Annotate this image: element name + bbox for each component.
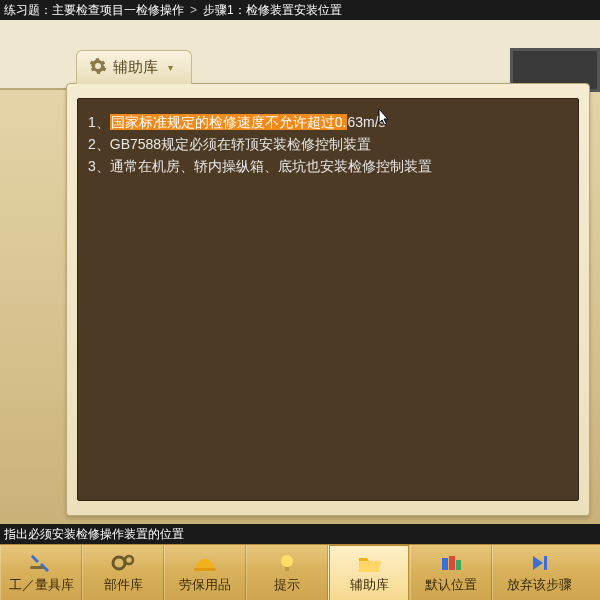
toolbar-ppe-button[interactable]: 劳保用品 [164, 545, 246, 601]
title-separator: > [190, 0, 197, 20]
folder-icon [356, 552, 382, 574]
toolbar-label: 提示 [274, 576, 300, 594]
toolbar-giveup-button[interactable]: 放弃该步骤 [492, 545, 586, 601]
gear-icon [89, 57, 107, 78]
help-item-3: 3、通常在机房、轿内操纵箱、底坑也安装检修控制装置 [88, 155, 568, 177]
help-library-tab[interactable]: 辅助库 ▾ [76, 50, 192, 84]
toolbar-label: 工／量具库 [9, 576, 74, 594]
svg-point-1 [113, 557, 125, 569]
gears-icon [110, 552, 136, 574]
toolbar-label: 部件库 [104, 576, 143, 594]
title-bar: 练习题： 主要检查项目一检修操作 > 步骤1：检修装置安装位置 [0, 0, 600, 20]
toolbar-tools-button[interactable]: 工／量具库 [0, 545, 82, 601]
wrench-icon [28, 552, 54, 574]
chevron-down-icon: ▾ [168, 62, 173, 73]
toolbar-label: 辅助库 [350, 576, 389, 594]
help-item-1: 1、国家标准规定的检修速度不允许超过0.63m/s [88, 111, 568, 133]
books-icon [438, 552, 464, 574]
app-root: 练习题： 主要检查项目一检修操作 > 步骤1：检修装置安装位置 辅助库 ▾ 1、… [0, 0, 600, 600]
help-item-2: 2、GB7588规定必须在轿顶安装检修控制装置 [88, 133, 568, 155]
hardhat-icon [192, 552, 218, 574]
scene-stage[interactable]: 辅助库 ▾ 1、国家标准规定的检修速度不允许超过0.63m/s 2、GB7588… [0, 20, 600, 524]
title-main: 主要检查项目一检修操作 [52, 0, 184, 20]
bottom-toolbar: 工／量具库 部件库 劳保用品 提示 辅助库 默认位置 放弃该步骤 [0, 544, 600, 600]
lightbulb-icon [274, 552, 300, 574]
toolbar-label: 放弃该步骤 [507, 576, 572, 594]
svg-rect-5 [285, 567, 289, 571]
svg-rect-0 [30, 566, 44, 569]
title-prefix: 练习题： [4, 0, 52, 20]
toolbar-label: 劳保用品 [179, 576, 231, 594]
help-item-1-num: 1、 [88, 114, 110, 130]
svg-rect-3 [194, 568, 216, 571]
svg-point-2 [125, 556, 133, 564]
svg-rect-6 [442, 558, 448, 570]
svg-point-4 [281, 555, 293, 567]
toolbar-help-button[interactable]: 辅助库 [328, 545, 410, 601]
instruction-bar: 指出必须安装检修操作装置的位置 [0, 524, 600, 544]
svg-rect-9 [544, 556, 547, 570]
toolbar-default-pos-button[interactable]: 默认位置 [410, 545, 492, 601]
title-step: 步骤1：检修装置安装位置 [203, 0, 342, 20]
instruction-text: 指出必须安装检修操作装置的位置 [4, 527, 184, 541]
toolbar-label: 默认位置 [425, 576, 477, 594]
toolbar-parts-button[interactable]: 部件库 [82, 545, 164, 601]
help-library-tab-label: 辅助库 [113, 58, 158, 77]
svg-rect-8 [456, 560, 461, 570]
skip-icon [527, 552, 553, 574]
help-item-1-highlight: 国家标准规定的检修速度不允许超过0. [110, 114, 348, 130]
help-panel-body: 1、国家标准规定的检修速度不允许超过0.63m/s 2、GB7588规定必须在轿… [77, 98, 579, 501]
help-item-1-rest: 63m/s [347, 114, 385, 130]
help-panel: 1、国家标准规定的检修速度不允许超过0.63m/s 2、GB7588规定必须在轿… [66, 83, 590, 516]
toolbar-hint-button[interactable]: 提示 [246, 545, 328, 601]
svg-rect-7 [449, 556, 455, 570]
